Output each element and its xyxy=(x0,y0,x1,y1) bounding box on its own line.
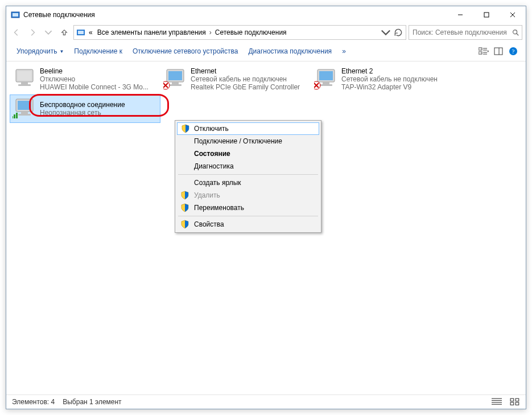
svg-rect-52 xyxy=(515,402,519,405)
svg-rect-1 xyxy=(13,13,18,17)
context-menu-label: Диагностика xyxy=(194,162,234,170)
connection-status: Сетевой кабель не подключен xyxy=(341,75,459,83)
address-bar: « Все элементы панели управления › Сетев… xyxy=(6,23,526,42)
recent-button[interactable] xyxy=(42,26,55,39)
item-count: Элементов: 4 xyxy=(12,398,55,406)
selection-count: Выбран 1 элемент xyxy=(63,398,121,406)
context-menu-item[interactable]: Отключить xyxy=(177,122,319,135)
context-menu-label: Создать ярлык xyxy=(194,179,241,187)
search-icon xyxy=(512,28,519,36)
connection-item[interactable]: Беспроводное соединение Неопознанная сет… xyxy=(10,94,160,123)
chevron-down-icon: ▼ xyxy=(59,49,64,54)
svg-rect-43 xyxy=(14,114,15,118)
svg-rect-25 xyxy=(168,71,182,80)
svg-rect-7 xyxy=(78,31,84,34)
connection-item[interactable]: Ethernet 2 Сетевой кабель не подключен T… xyxy=(311,65,462,93)
svg-rect-16 xyxy=(494,48,502,55)
svg-rect-34 xyxy=(320,84,332,86)
svg-rect-10 xyxy=(479,48,482,50)
connection-name: Беспроводное соединение xyxy=(40,101,158,109)
content-area[interactable]: Beeline Отключено HUAWEI Mobile Connect … xyxy=(6,61,526,395)
svg-rect-21 xyxy=(18,71,31,80)
breadcrumb[interactable]: « Все элементы панели управления › Сетев… xyxy=(73,25,406,40)
connection-name: Beeline xyxy=(40,67,158,75)
view-mode-button[interactable] xyxy=(477,44,490,58)
svg-rect-22 xyxy=(21,82,28,84)
close-button[interactable] xyxy=(500,6,526,23)
help-button[interactable]: ? xyxy=(506,44,520,58)
window-title: Сетевые подключения xyxy=(23,11,447,19)
disable-device-button[interactable]: Отключение сетевого устройства xyxy=(128,45,242,57)
shield-icon xyxy=(180,220,189,229)
svg-rect-3 xyxy=(484,13,489,17)
connection-item[interactable]: Ethernet Сетевой кабель не подключен Rea… xyxy=(160,65,311,93)
context-menu-label: Подключение / Отключение xyxy=(194,137,282,145)
refresh-button[interactable] xyxy=(393,26,403,39)
context-menu-item[interactable]: Подключение / Отключение xyxy=(177,135,319,147)
svg-rect-32 xyxy=(319,71,333,80)
breadcrumb-item[interactable]: Все элементы панели управления xyxy=(96,28,207,36)
context-menu-item[interactable]: Диагностика xyxy=(177,160,319,172)
context-menu-label: Удалить xyxy=(194,191,220,199)
svg-rect-39 xyxy=(18,101,31,110)
context-menu-label: Переименовать xyxy=(194,204,244,212)
svg-point-35 xyxy=(314,81,320,89)
connection-name: Ethernet xyxy=(191,67,308,75)
connection-status: Сетевой кабель не подключен xyxy=(191,75,308,83)
toolbar: Упорядочить▼ Подключение к Отключение се… xyxy=(6,42,526,61)
connection-name: Ethernet 2 xyxy=(341,67,459,75)
window-icon xyxy=(11,10,20,19)
connection-device: HUAWEI Mobile Connect - 3G Mo... xyxy=(40,83,158,91)
svg-text:?: ? xyxy=(512,48,515,55)
shield-icon xyxy=(181,124,190,133)
search-input[interactable] xyxy=(411,28,512,37)
connection-status: Неопознанная сеть xyxy=(40,109,158,117)
svg-rect-50 xyxy=(515,398,519,401)
connection-status: Отключено xyxy=(40,75,158,83)
overflow-button[interactable]: » xyxy=(337,45,350,57)
context-menu-item: Удалить xyxy=(177,189,319,202)
context-menu-item[interactable]: Состояние xyxy=(177,147,319,160)
svg-rect-51 xyxy=(510,402,514,405)
svg-rect-42 xyxy=(13,116,13,118)
minimize-button[interactable] xyxy=(447,6,473,23)
back-button[interactable] xyxy=(10,26,23,39)
large-icons-view-button[interactable] xyxy=(510,397,520,406)
svg-point-28 xyxy=(163,81,170,89)
context-menu-item[interactable]: Свойства xyxy=(177,218,319,231)
history-dropdown[interactable] xyxy=(381,26,391,39)
shield-icon xyxy=(180,191,189,200)
context-menu-item[interactable]: Создать ярлык xyxy=(177,176,319,189)
network-adapter-icon xyxy=(13,98,35,120)
organize-menu[interactable]: Упорядочить▼ xyxy=(12,45,68,57)
connection-device: TAP-Win32 Adapter V9 xyxy=(341,83,459,91)
search-box[interactable] xyxy=(409,25,522,40)
network-adapter-icon xyxy=(163,68,186,90)
svg-point-8 xyxy=(513,30,517,34)
context-menu[interactable]: ОтключитьПодключение / ОтключениеСостоян… xyxy=(175,120,321,233)
up-button[interactable] xyxy=(57,26,71,39)
svg-rect-40 xyxy=(21,112,28,114)
svg-rect-11 xyxy=(479,52,482,54)
context-menu-label: Состояние xyxy=(194,150,230,158)
shield-icon xyxy=(180,203,189,212)
svg-rect-41 xyxy=(18,114,31,116)
connect-to-button[interactable]: Подключение к xyxy=(69,45,127,57)
connection-item[interactable]: Beeline Отключено HUAWEI Mobile Connect … xyxy=(10,65,160,93)
diagnose-button[interactable]: Диагностика подключения xyxy=(244,45,336,57)
context-menu-label: Отключить xyxy=(194,125,229,133)
maximize-button[interactable] xyxy=(473,6,500,23)
network-adapter-icon xyxy=(13,68,35,90)
titlebar[interactable]: Сетевые подключения xyxy=(6,6,526,23)
chevron-right-icon[interactable]: › xyxy=(209,28,212,36)
preview-pane-button[interactable] xyxy=(492,44,505,58)
svg-rect-33 xyxy=(323,82,329,84)
svg-rect-27 xyxy=(169,84,182,86)
forward-button[interactable] xyxy=(26,26,39,39)
context-menu-label: Свойства xyxy=(194,220,224,228)
details-view-button[interactable] xyxy=(492,397,502,406)
svg-rect-26 xyxy=(172,82,179,84)
context-menu-item[interactable]: Переименовать xyxy=(177,202,319,214)
control-panel-icon xyxy=(76,28,85,37)
breadcrumb-item[interactable]: Сетевые подключения xyxy=(214,28,288,36)
